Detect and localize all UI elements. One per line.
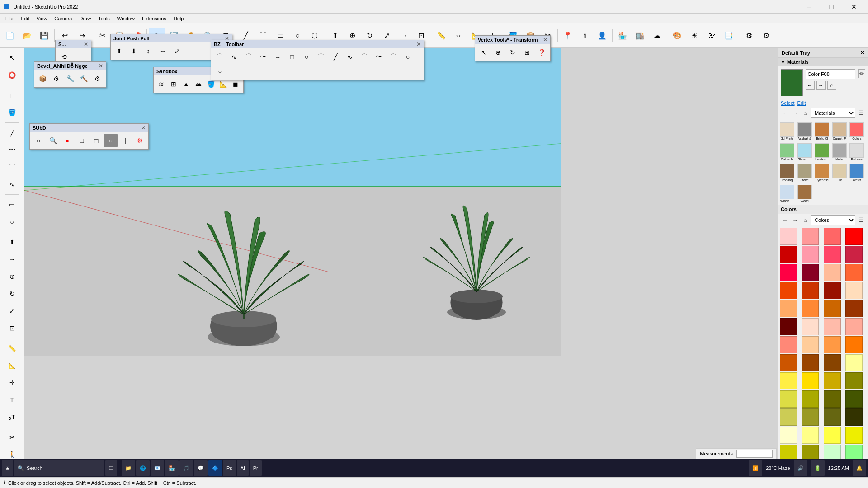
color-swatch-24[interactable]: [780, 336, 797, 353]
toolbar-open[interactable]: 📂: [19, 28, 35, 44]
color-swatch-34[interactable]: [824, 372, 841, 389]
toolbar-shadows[interactable]: ☀: [686, 28, 703, 44]
color-swatch-10[interactable]: [824, 264, 841, 281]
viewport[interactable]: [24, 48, 561, 356]
nav-details[interactable]: ☰: [856, 108, 865, 117]
menu-view[interactable]: View: [33, 15, 51, 22]
color-swatch-20[interactable]: [780, 318, 797, 335]
tool-freehand[interactable]: 〜: [4, 142, 20, 158]
color-swatch-17[interactable]: [802, 300, 819, 317]
taskbar-illustrator[interactable]: Ai: [237, 460, 249, 476]
subd-btn-5[interactable]: ◻: [90, 134, 103, 147]
material-item-8[interactable]: Metal: [832, 141, 847, 161]
nav-back[interactable]: ←: [781, 108, 790, 117]
toolbar-new[interactable]: 📄: [2, 28, 18, 44]
sandbox-btn-4[interactable]: ⛰: [193, 77, 204, 91]
color-swatch-16[interactable]: [780, 300, 797, 317]
toolbar-fog[interactable]: 🌫: [703, 28, 720, 44]
vertex-toolbar-title[interactable]: Vertex Tools* - Transform ✕: [475, 36, 550, 44]
sandbox-btn-2[interactable]: ⊞: [168, 77, 179, 91]
color-swatch-44[interactable]: [780, 427, 797, 444]
subd-btn-7[interactable]: |: [118, 134, 132, 147]
bz-btn-12[interactable]: 〜: [372, 50, 386, 64]
minimize-button[interactable]: ─: [798, 0, 819, 14]
color-swatch-42[interactable]: [824, 408, 841, 426]
tool-bezier[interactable]: ∿: [4, 176, 20, 192]
bz-btn-7[interactable]: ○: [300, 50, 313, 64]
color-swatch-9[interactable]: [802, 264, 819, 281]
material-item-1[interactable]: Asphalt &: [797, 121, 812, 141]
material-item-6[interactable]: Glass and: [797, 141, 812, 161]
material-item-7[interactable]: Landscap: [815, 141, 829, 161]
toolbar-sketchup-settings[interactable]: ⚙: [758, 28, 774, 44]
toolbar-3d-warehouse[interactable]: 🏪: [614, 28, 631, 44]
vt-btn-2[interactable]: ⊕: [491, 46, 505, 59]
start-button[interactable]: ⊞: [2, 460, 13, 476]
color-swatch-13[interactable]: [802, 282, 819, 299]
color-swatch-1[interactable]: [802, 228, 819, 245]
edit-color-btn[interactable]: ✏: [858, 69, 865, 78]
color-home[interactable]: ⌂: [827, 81, 836, 90]
subd-btn-8[interactable]: ⚙: [133, 134, 146, 147]
bz-btn-11[interactable]: ⌒: [358, 50, 371, 64]
material-item-14[interactable]: Water: [849, 162, 864, 182]
color-swatch-5[interactable]: [802, 246, 819, 263]
tool-followme[interactable]: →: [4, 251, 20, 267]
menu-edit[interactable]: Edit: [17, 15, 33, 22]
color-swatch-22[interactable]: [824, 318, 841, 335]
vt-btn-3[interactable]: ↻: [506, 46, 519, 59]
material-item-11[interactable]: Stone: [797, 162, 812, 182]
bevel-btn-5[interactable]: ⚙: [91, 72, 104, 85]
menu-extensions[interactable]: Extensions: [138, 15, 170, 22]
color-swatch-14[interactable]: [824, 282, 841, 299]
bevel-btn-4[interactable]: 🔨: [77, 72, 90, 85]
bz-btn-8[interactable]: ⌒: [314, 50, 328, 64]
toolbar-tape[interactable]: 📏: [433, 28, 449, 44]
menu-camera[interactable]: Camera: [51, 15, 75, 22]
titlebar-controls[interactable]: ─ □ ✕: [798, 0, 864, 14]
color-swatch-18[interactable]: [824, 300, 841, 317]
colors-nav-home[interactable]: ⌂: [801, 216, 810, 225]
material-item-12[interactable]: Synthetic: [815, 162, 829, 182]
jpp-btn-1[interactable]: ⬆: [113, 44, 126, 58]
measurements-input[interactable]: [736, 450, 773, 458]
subd-btn-4[interactable]: □: [75, 134, 89, 147]
bz-close[interactable]: ✕: [416, 41, 421, 47]
toolbar-model-info[interactable]: ℹ: [577, 28, 593, 44]
toolbar-dimension[interactable]: ↔: [450, 28, 467, 44]
color-swatch-32[interactable]: [780, 372, 797, 389]
toolbar-styles[interactable]: 🎨: [669, 28, 685, 44]
color-swatch-33[interactable]: [802, 372, 819, 389]
colors-nav-back[interactable]: ←: [781, 216, 790, 225]
tool-tape[interactable]: 📏: [4, 340, 20, 357]
color-swatch-21[interactable]: [802, 318, 819, 335]
category-dropdown-colors[interactable]: Colors Materials: [811, 215, 855, 225]
color-swatch-27[interactable]: [845, 336, 863, 353]
bz-btn-4[interactable]: 〜: [256, 50, 270, 64]
bz-btn-10[interactable]: ∿: [343, 50, 357, 64]
materials-section-header[interactable]: ▼ Materials: [778, 58, 868, 66]
material-item-10[interactable]: Roofing: [780, 162, 794, 182]
tool-paint[interactable]: 🪣: [4, 104, 20, 121]
color-swatch-37[interactable]: [802, 390, 819, 408]
sandbox-btn-1[interactable]: ≋: [156, 77, 167, 91]
color-swatch-0[interactable]: [780, 228, 797, 245]
jpp-btn-3[interactable]: ↕: [142, 44, 155, 58]
vt-btn-1[interactable]: ↖: [477, 46, 491, 59]
bz-toolbar-title[interactable]: BZ__Toolbar ✕: [211, 40, 424, 48]
select-link[interactable]: Select: [781, 100, 795, 106]
tool-pushpull[interactable]: ⬆: [4, 234, 20, 250]
material-item-5[interactable]: Colors-N: [780, 141, 794, 161]
bevel-toolbar-title[interactable]: Bevel_Ahihi Đỗ Ngọc ✕: [34, 62, 106, 70]
color-swatch-25[interactable]: [802, 336, 819, 353]
color-swatch-35[interactable]: [845, 372, 863, 389]
tool-move[interactable]: ⊕: [4, 268, 20, 285]
bz-btn-6[interactable]: □: [285, 50, 299, 64]
color-swatch-3[interactable]: [845, 228, 863, 245]
tool-select[interactable]: ↖: [4, 50, 20, 66]
nav-forward[interactable]: →: [791, 108, 800, 117]
subd-btn-2[interactable]: 🔍: [46, 134, 60, 147]
tool-protractor[interactable]: 📐: [4, 357, 20, 374]
jpp-btn-4[interactable]: ↔: [156, 44, 170, 58]
sandbox-btn-3[interactable]: ▲: [180, 77, 192, 91]
